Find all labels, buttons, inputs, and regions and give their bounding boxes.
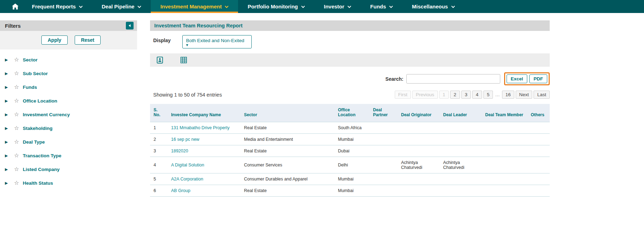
table-cell: [398, 122, 440, 134]
page-2[interactable]: 2: [450, 91, 460, 99]
pdf-button[interactable]: PDF: [529, 74, 547, 83]
star-icon[interactable]: ☆: [14, 70, 23, 77]
page-3[interactable]: 3: [461, 91, 471, 99]
home-button[interactable]: [8, 0, 22, 13]
column-header-deal-partner[interactable]: Deal Partner: [370, 104, 398, 122]
table-cell: Real Estate: [240, 145, 334, 157]
star-icon[interactable]: ☆: [14, 111, 23, 118]
expand-arrow-icon[interactable]: ▶: [5, 140, 14, 144]
column-header-investee-company-name[interactable]: Investee Company Name: [168, 104, 240, 122]
filter-item-funds[interactable]: ▶☆Funds: [0, 80, 137, 94]
star-icon[interactable]: ☆: [14, 179, 23, 186]
excel-button[interactable]: Excel: [507, 74, 527, 83]
company-link[interactable]: 131 Mmabatho Drive Property: [171, 125, 230, 130]
filter-item-sector[interactable]: ▶☆Sector: [0, 53, 137, 67]
company-link[interactable]: AB Group: [171, 188, 190, 193]
apply-button[interactable]: Apply: [41, 35, 68, 45]
expand-arrow-icon[interactable]: ▶: [5, 126, 14, 131]
column-header-sector[interactable]: Sector: [240, 104, 334, 122]
filter-item-deal-type[interactable]: ▶☆Deal Type: [0, 135, 137, 149]
search-input[interactable]: [406, 74, 500, 84]
nav-item-funds[interactable]: Funds: [361, 0, 402, 13]
expand-arrow-icon[interactable]: ▶: [5, 112, 14, 117]
nav-item-investment-management[interactable]: Investment Management: [151, 0, 238, 13]
nav-item-frequent-reports[interactable]: Frequent Reports: [22, 0, 92, 13]
table-cell: Dubai: [334, 145, 370, 157]
star-icon[interactable]: ☆: [14, 152, 23, 159]
table-header-row: S. No.Investee Company NameSectorOffice …: [150, 104, 550, 122]
person-report-icon[interactable]: [156, 56, 164, 64]
expand-arrow-icon[interactable]: ▶: [5, 181, 14, 185]
column-header-deal-originator[interactable]: Deal Originator: [398, 104, 440, 122]
nav-item-label: Frequent Reports: [32, 4, 76, 9]
star-icon[interactable]: ☆: [14, 125, 23, 131]
filter-item-investment-currency[interactable]: ▶☆Investment Currency: [0, 108, 137, 121]
filter-item-health-status[interactable]: ▶☆Health Status: [0, 176, 137, 190]
star-icon[interactable]: ☆: [14, 138, 23, 145]
expand-arrow-icon[interactable]: ▶: [5, 85, 14, 90]
table-cell: 2: [150, 134, 168, 145]
chevron-down-icon: [79, 6, 83, 8]
expand-arrow-icon[interactable]: ▶: [5, 167, 14, 172]
table-cell: 16 sep pc new: [168, 134, 240, 145]
filter-item-stakeholding[interactable]: ▶☆Stakeholding: [0, 121, 137, 135]
table-cell: [370, 185, 398, 197]
star-icon[interactable]: ☆: [14, 166, 23, 172]
page-next[interactable]: Next: [516, 91, 533, 99]
filter-item-listed-company[interactable]: ▶☆Listed Company: [0, 163, 137, 176]
expand-arrow-icon[interactable]: ▶: [5, 71, 14, 76]
collapse-filters-button[interactable]: [126, 22, 134, 29]
table-view-icon[interactable]: [179, 56, 188, 64]
reset-button[interactable]: Reset: [75, 35, 101, 45]
page-previous[interactable]: Previous: [412, 91, 438, 99]
column-header-others[interactable]: Others: [527, 104, 550, 122]
table-cell: A2A Corporation: [168, 173, 240, 185]
expand-arrow-icon[interactable]: ▶: [5, 99, 14, 103]
star-icon[interactable]: ☆: [14, 84, 23, 90]
table-cell: [482, 134, 527, 145]
column-header-s-no[interactable]: S. No.: [150, 104, 168, 122]
filter-item-office-location[interactable]: ▶☆Office Location: [0, 94, 137, 108]
table-cell: 6: [150, 185, 168, 197]
star-icon[interactable]: ☆: [14, 97, 23, 104]
page-last[interactable]: Last: [534, 91, 550, 99]
page-1[interactable]: 1: [439, 91, 449, 99]
filter-item-transaction-type[interactable]: ▶☆Transaction Type: [0, 149, 137, 163]
filter-item-label: Funds: [23, 85, 37, 90]
table-cell: 1892020: [168, 145, 240, 157]
table-cell: [527, 185, 550, 197]
expand-arrow-icon[interactable]: ▶: [5, 58, 14, 62]
filters-header: Filters: [0, 20, 137, 31]
table-row: 5A2A CorporationConsumer Durables and Ap…: [150, 173, 550, 185]
table-cell: [482, 173, 527, 185]
page-16[interactable]: 16: [502, 91, 514, 99]
star-icon[interactable]: ☆: [14, 56, 23, 63]
table-cell: [482, 157, 527, 173]
page-first[interactable]: First: [395, 91, 411, 99]
company-link[interactable]: 16 sep pc new: [171, 137, 199, 142]
main-content: Investment Team Resourcing Report Displa…: [150, 20, 550, 197]
column-header-office-location[interactable]: Office Location: [334, 104, 370, 122]
expand-arrow-icon[interactable]: ▶: [5, 153, 14, 158]
company-link[interactable]: A2A Corporation: [171, 177, 203, 182]
triangle-left-icon: [128, 24, 131, 27]
table-body: 1131 Mmabatho Drive PropertyReal EstateS…: [150, 122, 550, 197]
table-info-row: Showing 1 to 50 of 754 entries FirstPrev…: [150, 91, 550, 99]
filter-item-sub-sector[interactable]: ▶☆Sub Sector: [0, 67, 137, 80]
view-toolbar: [150, 53, 550, 67]
nav-item-deal-pipeline[interactable]: Deal Pipeline: [92, 0, 151, 13]
content-area: Filters Apply Reset ▶☆Sector▶☆Sub Sector…: [0, 20, 644, 197]
table-cell: [370, 134, 398, 145]
nav-item-investor[interactable]: Investor: [314, 0, 361, 13]
display-dropdown[interactable]: Both Exited and Non-Exited ▾: [182, 35, 252, 48]
column-header-deal-team-member[interactable]: Deal Team Member: [482, 104, 527, 122]
page-5[interactable]: 5: [483, 91, 493, 99]
company-link[interactable]: 1892020: [171, 149, 188, 153]
page-4[interactable]: 4: [472, 91, 482, 99]
column-header-deal-leader[interactable]: Deal Leader: [440, 104, 482, 122]
nav-item-portfolio-monitoring[interactable]: Portfolio Monitoring: [238, 0, 314, 13]
company-link[interactable]: A Digital Solution: [171, 163, 204, 167]
table-cell: 131 Mmabatho Drive Property: [168, 122, 240, 134]
nav-item-miscellaneous[interactable]: Miscellaneous: [402, 0, 465, 13]
table-cell: [527, 157, 550, 173]
